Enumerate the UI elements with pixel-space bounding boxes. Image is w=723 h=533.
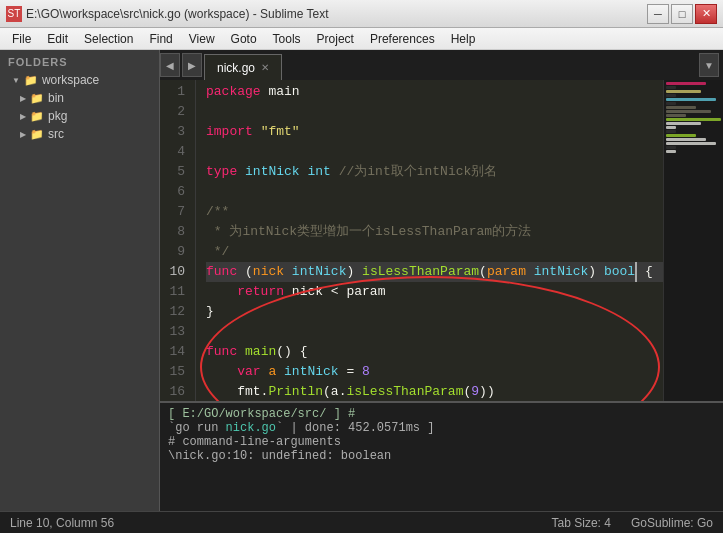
minimap	[663, 80, 723, 401]
tab-close-icon[interactable]: ✕	[261, 62, 269, 73]
menu-tools[interactable]: Tools	[265, 28, 309, 49]
tab-bar: ◀ ▶ nick.go ✕ ▼	[160, 50, 723, 80]
mm-line	[666, 82, 706, 85]
mm-line	[666, 106, 696, 109]
mm-line	[666, 98, 716, 101]
editor-area: ◀ ▶ nick.go ✕ ▼ 1 2 3 4 5 6 7 8 9 10 11	[160, 50, 723, 511]
menu-file[interactable]: File	[4, 28, 39, 49]
folders-label: FOLDERS	[0, 50, 159, 71]
sidebar-item-pkg[interactable]: ▶ 📁 pkg	[0, 107, 159, 125]
sidebar-item-label: bin	[48, 91, 64, 105]
mm-line	[666, 126, 676, 129]
terminal-output2: ` | done: 452.0571ms ]	[276, 421, 434, 435]
sidebar: FOLDERS ▼ 📁 workspace ▶ 📁 bin ▶ 📁 pkg ▶ …	[0, 50, 160, 511]
window-controls: ─ □ ✕	[647, 4, 717, 24]
sidebar-item-label: pkg	[48, 109, 67, 123]
mm-line	[666, 150, 676, 153]
close-button[interactable]: ✕	[695, 4, 717, 24]
minimize-button[interactable]: ─	[647, 4, 669, 24]
menu-goto[interactable]: Goto	[223, 28, 265, 49]
mm-line	[666, 118, 721, 121]
mm-line	[666, 102, 676, 105]
status-position: Line 10, Column 56	[10, 516, 114, 530]
mm-line	[666, 138, 706, 141]
folder-icon: 📁	[24, 74, 38, 87]
line-num-8: 8	[160, 222, 189, 242]
menu-view[interactable]: View	[181, 28, 223, 49]
line-num-15: 15	[160, 362, 189, 382]
menu-bar: File Edit Selection Find View Goto Tools…	[0, 28, 723, 50]
terminal-filename: nick.go	[226, 421, 276, 435]
minimap-content	[664, 80, 723, 156]
sidebar-item-bin[interactable]: ▶ 📁 bin	[0, 89, 159, 107]
terminal-line-4: \nick.go:10: undefined: boolean	[168, 449, 715, 463]
menu-preferences[interactable]: Preferences	[362, 28, 443, 49]
line-num-5: 5	[160, 162, 189, 182]
mm-line	[666, 146, 676, 149]
mm-line	[666, 134, 696, 137]
title-bar-left: ST E:\GO\workspace\src\nick.go (workspac…	[6, 6, 329, 22]
folder-icon: 📁	[30, 92, 44, 105]
main-layout: FOLDERS ▼ 📁 workspace ▶ 📁 bin ▶ 📁 pkg ▶ …	[0, 50, 723, 511]
line-num-1: 1	[160, 82, 189, 102]
tab-nav-left[interactable]: ◀	[160, 53, 180, 77]
mm-line	[666, 114, 686, 117]
mm-line	[666, 142, 716, 145]
mm-line	[666, 130, 676, 133]
title-bar: ST E:\GO\workspace\src\nick.go (workspac…	[0, 0, 723, 28]
sidebar-item-src[interactable]: ▶ 📁 src	[0, 125, 159, 143]
sidebar-item-label: workspace	[42, 73, 99, 87]
status-mode[interactable]: GoSublime: Go	[631, 516, 713, 530]
terminal-line-3: # command-line-arguments	[168, 435, 715, 449]
terminal-line-2: `go run nick.go` | done: 452.0571ms ]	[168, 421, 715, 435]
terminal-output: `go run	[168, 421, 226, 435]
mm-line	[666, 122, 701, 125]
terminal-prompt: [ E:/GO/workspace/src/ ] #	[168, 407, 355, 421]
collapse-arrow-icon: ▶	[20, 112, 26, 121]
menu-help[interactable]: Help	[443, 28, 484, 49]
expand-arrow-icon: ▼	[12, 76, 20, 85]
window-title: E:\GO\workspace\src\nick.go (workspace) …	[26, 7, 329, 21]
folder-icon: 📁	[30, 128, 44, 141]
sidebar-item-label: src	[48, 127, 64, 141]
terminal-output3: # command-line-arguments	[168, 435, 341, 449]
status-tab-size[interactable]: Tab Size: 4	[552, 516, 611, 530]
tab-nav-right[interactable]: ▶	[182, 53, 202, 77]
line-num-13: 13	[160, 322, 189, 342]
line-num-4: 4	[160, 142, 189, 162]
maximize-button[interactable]: □	[671, 4, 693, 24]
line-num-16: 16	[160, 382, 189, 401]
line-num-11: 11	[160, 282, 189, 302]
line-num-6: 6	[160, 182, 189, 202]
terminal-line-1: [ E:/GO/workspace/src/ ] #	[168, 407, 715, 421]
menu-selection[interactable]: Selection	[76, 28, 141, 49]
code-editor[interactable]: package main import "fmt" type intNick i…	[196, 80, 663, 401]
tab-label: nick.go	[217, 61, 255, 75]
line-num-12: 12	[160, 302, 189, 322]
status-bar: Line 10, Column 56 Tab Size: 4 GoSublime…	[0, 511, 723, 533]
terminal-output4: \nick.go:10: undefined: boolean	[168, 449, 391, 463]
tab-scroll-btn[interactable]: ▼	[699, 53, 719, 77]
folder-icon: 📁	[30, 110, 44, 123]
mm-line	[666, 110, 711, 113]
line-num-2: 2	[160, 102, 189, 122]
collapse-arrow-icon: ▶	[20, 130, 26, 139]
tab-nick-go[interactable]: nick.go ✕	[204, 54, 282, 80]
line-num-9: 9	[160, 242, 189, 262]
mm-line	[666, 86, 676, 89]
menu-edit[interactable]: Edit	[39, 28, 76, 49]
line-numbers: 1 2 3 4 5 6 7 8 9 10 11 12 13 14 15 16 1…	[160, 80, 196, 401]
menu-find[interactable]: Find	[141, 28, 180, 49]
line-num-7: 7	[160, 202, 189, 222]
line-num-14: 14	[160, 342, 189, 362]
menu-project[interactable]: Project	[309, 28, 362, 49]
line-num-10: 10	[160, 262, 189, 282]
app-icon: ST	[6, 6, 22, 22]
mm-line	[666, 90, 701, 93]
sidebar-item-workspace[interactable]: ▼ 📁 workspace	[0, 71, 159, 89]
collapse-arrow-icon: ▶	[20, 94, 26, 103]
status-right: Tab Size: 4 GoSublime: Go	[552, 516, 713, 530]
code-container: 1 2 3 4 5 6 7 8 9 10 11 12 13 14 15 16 1…	[160, 80, 723, 401]
line-num-3: 3	[160, 122, 189, 142]
terminal-panel: [ E:/GO/workspace/src/ ] # `go run nick.…	[160, 401, 723, 511]
